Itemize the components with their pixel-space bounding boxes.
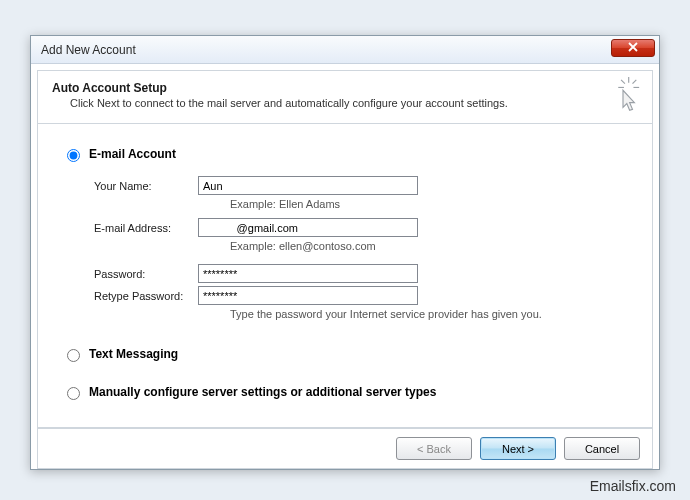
- button-bar: < Back Next > Cancel: [37, 428, 653, 469]
- header-subtitle: Click Next to connect to the mail server…: [70, 97, 640, 109]
- email-field[interactable]: [198, 218, 418, 237]
- header-title: Auto Account Setup: [52, 81, 640, 95]
- row-email: E-mail Address:: [94, 218, 632, 237]
- email-form: Your Name: Example: Ellen Adams E-mail A…: [94, 176, 632, 320]
- email-label: E-mail Address:: [94, 222, 198, 234]
- radio-manual-config-label: Manually configure server settings or ad…: [89, 385, 436, 399]
- password-field[interactable]: [198, 264, 418, 283]
- option-email-account[interactable]: E-mail Account: [62, 146, 632, 162]
- option-manual-config[interactable]: Manually configure server settings or ad…: [62, 384, 632, 400]
- row-password: Password:: [94, 264, 632, 283]
- titlebar: Add New Account: [31, 36, 659, 64]
- option-text-messaging[interactable]: Text Messaging: [62, 346, 632, 362]
- retype-password-label: Retype Password:: [94, 290, 198, 302]
- your-name-hint: Example: Ellen Adams: [230, 198, 632, 210]
- radio-email-account-label: E-mail Account: [89, 147, 176, 161]
- password-label: Password:: [94, 268, 198, 280]
- your-name-label: Your Name:: [94, 180, 198, 192]
- radio-text-messaging[interactable]: [67, 349, 80, 362]
- your-name-field[interactable]: [198, 176, 418, 195]
- svg-line-2: [633, 80, 637, 84]
- window-title: Add New Account: [41, 43, 136, 57]
- cursor-icon: [604, 77, 642, 115]
- row-retype-password: Retype Password:: [94, 286, 632, 305]
- password-hint: Type the password your Internet service …: [230, 308, 632, 320]
- close-button[interactable]: [611, 39, 655, 57]
- wizard-body: Auto Account Setup Click Next to connect…: [31, 64, 659, 469]
- radio-manual-config[interactable]: [67, 387, 80, 400]
- email-hint: Example: ellen@contoso.com: [230, 240, 632, 252]
- radio-text-messaging-label: Text Messaging: [89, 347, 178, 361]
- svg-line-1: [621, 80, 625, 84]
- close-icon: [628, 42, 638, 54]
- radio-email-account[interactable]: [67, 149, 80, 162]
- header-panel: Auto Account Setup Click Next to connect…: [37, 70, 653, 124]
- add-account-dialog: Add New Account Auto Account Setup Click…: [30, 35, 660, 470]
- watermark: Emailsfix.com: [590, 478, 676, 494]
- row-your-name: Your Name:: [94, 176, 632, 195]
- retype-password-field[interactable]: [198, 286, 418, 305]
- next-button[interactable]: Next >: [480, 437, 556, 460]
- cancel-button[interactable]: Cancel: [564, 437, 640, 460]
- content-area: E-mail Account Your Name: Example: Ellen…: [37, 124, 653, 428]
- back-button: < Back: [396, 437, 472, 460]
